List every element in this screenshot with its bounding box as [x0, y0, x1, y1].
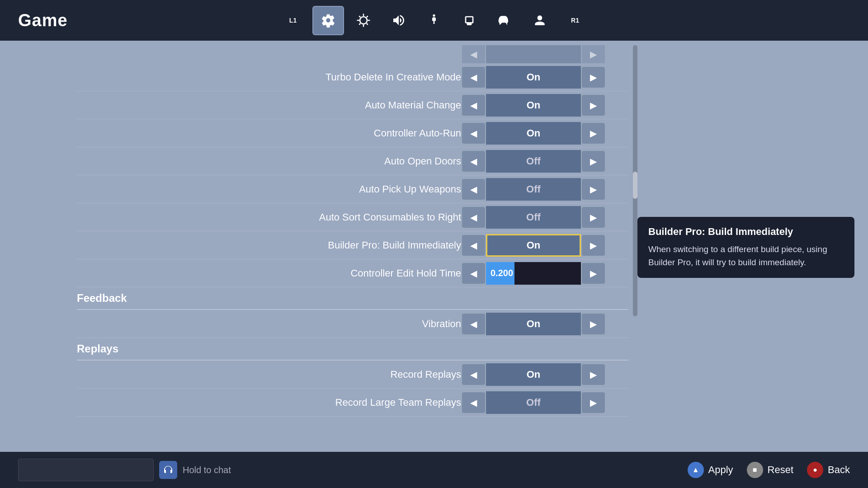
tab-settings[interactable] [312, 6, 344, 35]
nav-tabs: L1 [277, 6, 591, 35]
partial-value [486, 45, 581, 63]
page-title: Game [18, 11, 68, 30]
builder-pro-left[interactable]: ◀ [461, 234, 486, 257]
reset-label: Reset [768, 464, 793, 476]
auto-doors-left[interactable]: ◀ [461, 150, 486, 173]
record-replays-value: On [486, 363, 581, 386]
auto-sort-value: Off [486, 206, 581, 229]
auto-material-right[interactable]: ▶ [581, 94, 606, 117]
tab-r1[interactable]: R1 [559, 6, 591, 35]
auto-doors-value: Off [486, 150, 581, 173]
record-replays-label: Record Replays [77, 369, 461, 380]
edit-hold-slider[interactable]: 0.200 [486, 262, 581, 285]
slider-fill: 0.200 [486, 262, 514, 285]
partial-left-arrow[interactable]: ◀ [461, 45, 486, 63]
audio-icon [392, 13, 406, 28]
partial-right-arrow[interactable]: ▶ [581, 45, 606, 63]
accessibility-icon [427, 13, 441, 28]
gear-icon [321, 13, 335, 28]
profile-icon [533, 13, 547, 28]
chat-input[interactable] [18, 459, 154, 481]
record-replays-left[interactable]: ◀ [461, 363, 486, 386]
builder-pro-control: ◀ On ▶ [461, 234, 628, 257]
turbo-delete-right[interactable]: ▶ [581, 66, 606, 89]
builder-pro-right[interactable]: ▶ [581, 234, 606, 257]
vibration-control: ◀ On ▶ [461, 313, 628, 335]
setting-row-auto-run: Controller Auto-Run ◀ On ▶ [77, 119, 628, 147]
vibration-right[interactable]: ▶ [581, 313, 606, 335]
edit-hold-value: 0.200 [491, 268, 513, 278]
chat-label: Hold to chat [183, 465, 231, 475]
auto-doors-label: Auto Open Doors [77, 155, 461, 167]
setting-row-vibration: Vibration ◀ On ▶ [77, 310, 628, 338]
edit-hold-right[interactable]: ▶ [581, 262, 606, 285]
feedback-section-label: Feedback [77, 292, 127, 305]
scrollbar-thumb[interactable] [633, 172, 637, 199]
auto-material-value: On [486, 94, 581, 117]
tab-audio[interactable] [383, 6, 415, 35]
partial-row: ◀ ▶ [77, 45, 628, 63]
auto-material-label: Auto Material Change [77, 99, 461, 111]
scrollbar[interactable] [633, 45, 637, 316]
vibration-left[interactable]: ◀ [461, 313, 486, 335]
r1-label: R1 [571, 17, 579, 24]
large-team-replays-value: Off [486, 391, 581, 414]
large-team-replays-right[interactable]: ▶ [581, 391, 606, 414]
edit-hold-label: Controller Edit Hold Time [77, 267, 461, 279]
auto-sort-left[interactable]: ◀ [461, 206, 486, 229]
auto-run-value: On [486, 122, 581, 145]
auto-run-control: ◀ On ▶ [461, 122, 628, 145]
auto-pickup-label: Auto Pick Up Weapons [77, 183, 461, 195]
large-team-replays-left[interactable]: ◀ [461, 391, 486, 414]
header: Game L1 [0, 0, 868, 41]
circle-button: ● [807, 462, 823, 478]
tab-accessibility[interactable] [418, 6, 450, 35]
brightness-icon [356, 13, 371, 28]
record-replays-right[interactable]: ▶ [581, 363, 606, 386]
auto-material-control: ◀ On ▶ [461, 94, 628, 117]
auto-doors-right[interactable]: ▶ [581, 150, 606, 173]
auto-sort-right[interactable]: ▶ [581, 206, 606, 229]
turbo-delete-label: Turbo Delete In Creative Mode [77, 71, 461, 83]
chat-icon [159, 461, 177, 479]
auto-pickup-right[interactable]: ▶ [581, 178, 606, 201]
square-button: ■ [747, 462, 763, 478]
network-icon [462, 13, 476, 28]
large-team-replays-control: ◀ Off ▶ [461, 391, 628, 414]
auto-run-left[interactable]: ◀ [461, 122, 486, 145]
auto-material-left[interactable]: ◀ [461, 94, 486, 117]
tab-l1[interactable]: L1 [277, 6, 309, 35]
vibration-label: Vibration [77, 318, 461, 330]
footer: Hold to chat ▲ Apply ■ Reset ● Back [0, 452, 868, 488]
headset-icon [163, 465, 174, 475]
setting-row-edit-hold: Controller Edit Hold Time ◀ 0.200 ▶ [77, 259, 628, 287]
section-replays: Replays [77, 338, 628, 361]
controller-icon [497, 13, 512, 28]
auto-run-right[interactable]: ▶ [581, 122, 606, 145]
section-feedback: Feedback [77, 287, 628, 310]
tooltip-title: Builder Pro: Build Immediately [648, 226, 844, 238]
turbo-delete-value: On [486, 66, 581, 89]
l1-label: L1 [289, 17, 297, 24]
tooltip-body: When switching to a different build piec… [648, 243, 844, 269]
edit-hold-left[interactable]: ◀ [461, 262, 486, 285]
auto-pickup-control: ◀ Off ▶ [461, 178, 628, 201]
tab-profile[interactable] [524, 6, 556, 35]
auto-run-label: Controller Auto-Run [77, 127, 461, 139]
apply-label: Apply [708, 464, 733, 476]
setting-row-turbo-delete: Turbo Delete In Creative Mode ◀ On ▶ [77, 63, 628, 91]
reset-action[interactable]: ■ Reset [747, 462, 793, 478]
setting-row-auto-material: Auto Material Change ◀ On ▶ [77, 91, 628, 119]
setting-row-record-replays: Record Replays ◀ On ▶ [77, 361, 628, 389]
back-action[interactable]: ● Back [807, 462, 850, 478]
tab-controller[interactable] [489, 6, 520, 35]
tab-network[interactable] [453, 6, 485, 35]
tab-brightness[interactable] [348, 6, 379, 35]
turbo-delete-left[interactable]: ◀ [461, 66, 486, 89]
apply-action[interactable]: ▲ Apply [688, 462, 733, 478]
large-team-replays-label: Record Large Team Replays [77, 397, 461, 408]
record-replays-control: ◀ On ▶ [461, 363, 628, 386]
turbo-delete-control: ◀ On ▶ [461, 66, 628, 89]
auto-pickup-left[interactable]: ◀ [461, 178, 486, 201]
builder-pro-label: Builder Pro: Build Immediately [77, 239, 461, 251]
